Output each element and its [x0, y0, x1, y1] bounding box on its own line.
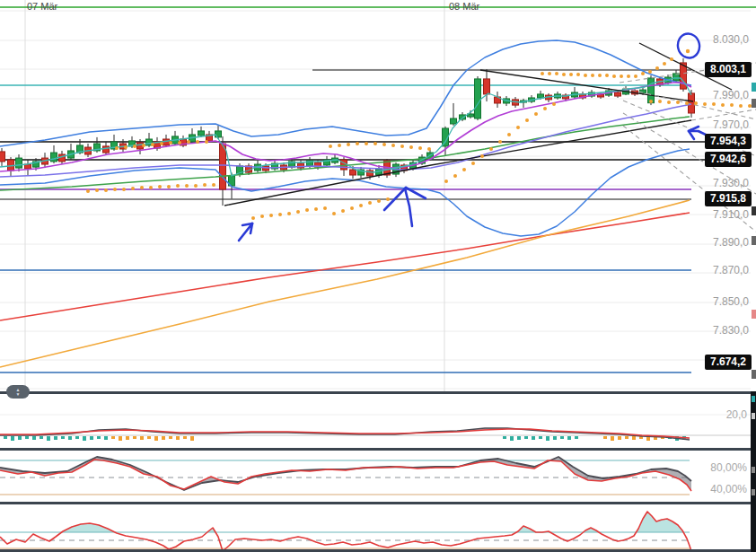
- panel-separator[interactable]: [0, 391, 756, 394]
- sar-dot: [368, 201, 372, 205]
- macd-histogram-bar: [162, 436, 165, 440]
- indicator-axis-label: 40,00%: [710, 483, 747, 495]
- macd-histogram-bar: [154, 436, 158, 441]
- date-label-session-2: 08 Mär: [449, 1, 479, 12]
- sar-dot: [418, 146, 422, 150]
- sar-dot: [739, 104, 743, 108]
- macd-histogram-bar: [61, 436, 65, 439]
- sar-dot: [648, 70, 652, 74]
- sar-dot: [730, 103, 734, 107]
- panel-separator[interactable]: [0, 502, 756, 504]
- macd-line: [0, 428, 690, 440]
- macd-histogram-bar: [524, 436, 528, 439]
- sar-dot: [365, 142, 368, 145]
- macd-histogram-bar: [25, 436, 29, 439]
- macd-histogram-bar: [133, 436, 136, 439]
- sar-dot: [251, 216, 255, 220]
- sar-dot: [142, 144, 145, 147]
- sar-dot: [409, 145, 413, 149]
- sar-dot: [95, 188, 99, 192]
- candle-up: [648, 78, 655, 103]
- macd-histogram-bar: [532, 436, 535, 440]
- macd-histogram-bar: [140, 436, 144, 440]
- price-axis-label: 7.830,0: [713, 324, 749, 337]
- sar-dot: [721, 103, 725, 107]
- strip-tick: [752, 467, 755, 473]
- sar-dot: [620, 74, 623, 78]
- long-red-ma: [0, 213, 690, 320]
- sar-dot: [427, 147, 431, 151]
- sar-dot: [471, 162, 475, 165]
- sar-dot: [124, 145, 127, 149]
- sar-dot: [612, 74, 616, 78]
- date-label-session-1: 07 Mär: [27, 1, 57, 12]
- hand-arrow-2-stem[interactable]: [405, 188, 412, 226]
- strip-tick: [752, 489, 755, 495]
- macd-histogram-bar: [611, 436, 614, 441]
- stoch-d-line: [0, 457, 691, 490]
- sar-dot: [667, 101, 671, 104]
- sar-dot: [374, 142, 377, 145]
- sar-dot: [649, 100, 653, 103]
- price-badge: 7.674,2: [705, 355, 752, 370]
- sar-dot: [569, 73, 573, 76]
- sar-dot: [113, 188, 117, 191]
- sar-dot: [377, 199, 381, 203]
- sar-dot: [516, 126, 520, 129]
- macd-histogram-bar: [11, 436, 14, 441]
- candle-up: [475, 79, 481, 118]
- axis-edge-mark: [752, 206, 756, 215]
- candle-up: [538, 94, 544, 98]
- sar-dot: [562, 73, 566, 76]
- macd-histogram-bar: [4, 436, 7, 439]
- hand-circle[interactable]: [675, 31, 701, 59]
- sar-dot: [543, 107, 547, 110]
- price-axis-label: 7.870,0: [713, 264, 749, 276]
- sar-dot: [391, 144, 395, 147]
- stoch-band-fill: [0, 457, 691, 491]
- sar-dot: [462, 168, 466, 171]
- macd-histogram-bar: [169, 436, 172, 439]
- sar-dot: [160, 142, 163, 145]
- macd-histogram-bar: [632, 436, 636, 440]
- candle-up: [51, 153, 57, 162]
- sar-dot: [158, 185, 162, 188]
- macd-histogram-bar: [111, 436, 115, 439]
- macd-histogram-bar: [567, 436, 571, 440]
- sar-dot: [382, 143, 386, 146]
- price-axis-label: 7.990,0: [713, 89, 749, 101]
- sar-dot: [641, 72, 645, 75]
- sar-dot: [480, 154, 484, 158]
- sar-dot: [685, 101, 689, 105]
- macd-histogram-bar: [510, 436, 514, 441]
- candle-down: [615, 92, 621, 96]
- candle-down: [103, 146, 110, 153]
- panel-resize-handle[interactable]: ▲▼: [6, 385, 30, 399]
- macd-histogram-bar: [47, 436, 50, 441]
- sar-dot: [576, 73, 580, 76]
- macd-histogram-bar: [625, 436, 629, 439]
- long-orange-ma: [0, 200, 690, 367]
- macd-histogram-bar: [183, 436, 187, 439]
- sar-dot: [178, 141, 181, 145]
- panel-separator[interactable]: [0, 448, 756, 451]
- sar-dot: [203, 183, 207, 187]
- sar-dot: [598, 74, 602, 77]
- sar-dot: [122, 188, 126, 191]
- candle-down: [0, 152, 5, 162]
- sar-dot: [507, 133, 511, 136]
- sar-dot: [676, 101, 680, 104]
- candle-up: [451, 118, 457, 124]
- sar-dot: [287, 212, 291, 215]
- hand-arrow-3-head-b[interactable]: [689, 131, 694, 139]
- sar-dot: [260, 215, 264, 218]
- price-axis-label: 7.910,0: [713, 208, 749, 221]
- axis-edge-mark: [752, 310, 756, 319]
- sar-dot: [548, 72, 551, 75]
- axis-edge-mark: [752, 83, 756, 92]
- sar-dot: [329, 145, 332, 148]
- sar-dot: [185, 184, 189, 188]
- sar-dot: [149, 186, 153, 189]
- sar-dot: [296, 210, 300, 214]
- candle-down: [220, 144, 226, 189]
